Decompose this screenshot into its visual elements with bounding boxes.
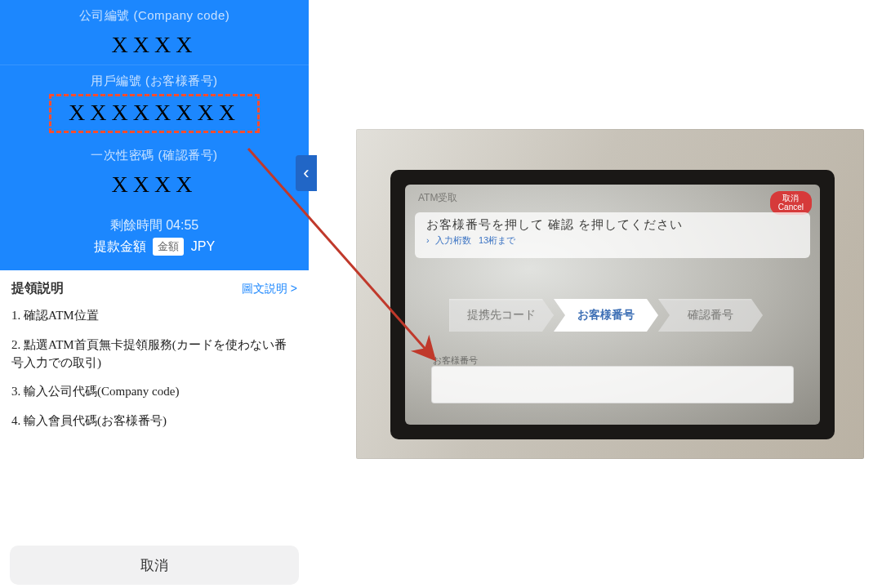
- phone-panel: 公司編號 (Company code) XXXX 用戶編號 (お客様番号) XX…: [0, 0, 309, 588]
- otp-value: XXXX: [0, 172, 309, 198]
- customer-number-label: 用戶編號 (お客様番号): [0, 74, 309, 89]
- atm-screen-title: ATM受取: [418, 191, 457, 205]
- cancel-button[interactable]: 取消: [10, 546, 299, 585]
- customer-number-value: XXXXXXXX: [51, 100, 257, 126]
- atm-hint-label: 入力桁数: [435, 235, 471, 245]
- atm-customer-number-input[interactable]: [431, 366, 794, 403]
- company-code-block: 公司編號 (Company code) XXXX: [0, 0, 309, 65]
- instructions-link[interactable]: 圖文説明 >: [242, 282, 297, 296]
- chevron-right-icon: ›: [426, 235, 430, 245]
- atm-field-label: お客様番号: [433, 354, 478, 367]
- atm-step-indicator: 提携先コード お客様番号 確認番号: [449, 299, 763, 332]
- atm-photo: ATM受取 取消 Cancel お客様番号を押して 確認 を押してください › …: [356, 129, 864, 459]
- instruction-step: 2. 點選ATM首頁無卡提領服務(カードを使わない番号入力での取引): [11, 336, 297, 372]
- instruction-step: 4. 輸入會員代碼(お客様番号): [11, 412, 297, 430]
- card-footer: 剩餘時間 04:55 提款金額 金額 JPY: [0, 217, 309, 256]
- atm-step-partner-code: 提携先コード: [449, 299, 554, 332]
- atm-hint-value: 13桁まで: [479, 235, 515, 245]
- cancel-button-label: 取消: [140, 556, 168, 575]
- otp-block: 一次性密碼 (確認番号) XXXX: [0, 140, 309, 204]
- withdrawal-code-card: 公司編號 (Company code) XXXX 用戶編號 (お客様番号) XX…: [0, 0, 309, 270]
- instructions-header: 提領説明 圖文説明 >: [11, 280, 297, 297]
- company-code-value: XXXX: [0, 32, 309, 58]
- collapse-chevron[interactable]: ‹: [296, 155, 317, 191]
- amount-line: 提款金額 金額 JPY: [0, 238, 309, 256]
- atm-step-confirm-number: 確認番号: [658, 299, 763, 332]
- instruction-step: 1. 確認ATM位置: [11, 307, 297, 325]
- amount-value-box: 金額: [153, 238, 184, 256]
- customer-number-highlight: XXXXXXXX: [49, 94, 260, 133]
- atm-bezel: ATM受取 取消 Cancel お客様番号を押して 確認 を押してください › …: [390, 170, 835, 439]
- instructions-section: 提領説明 圖文説明 > 1. 確認ATM位置 2. 點選ATM首頁無卡提領服務(…: [0, 270, 309, 430]
- instructions-title: 提領説明: [11, 280, 64, 297]
- company-code-label: 公司編號 (Company code): [0, 8, 309, 24]
- instruction-step: 3. 輸入公司代碼(Company code): [11, 383, 297, 401]
- atm-prompt-bar: お客様番号を押して 確認 を押してください › 入力桁数 13桁まで: [415, 212, 810, 258]
- atm-cancel-en: Cancel: [778, 203, 804, 212]
- customer-number-block: 用戶編號 (お客様番号) XXXXXXXX: [0, 65, 309, 140]
- atm-screen: ATM受取 取消 Cancel お客様番号を押して 確認 を押してください › …: [405, 185, 820, 425]
- atm-cancel-jp: 取消: [778, 194, 804, 203]
- chevron-left-icon: ‹: [303, 163, 309, 184]
- atm-step-customer-number: お客様番号: [554, 299, 658, 332]
- otp-label: 一次性密碼 (確認番号): [0, 148, 309, 163]
- atm-hint: › 入力桁数 13桁まで: [426, 234, 799, 247]
- countdown-timer: 剩餘時間 04:55: [0, 217, 309, 234]
- atm-cancel-button[interactable]: 取消 Cancel: [770, 191, 812, 215]
- amount-label: 提款金額: [94, 239, 146, 253]
- currency-label: JPY: [191, 239, 215, 253]
- atm-prompt-text: お客様番号を押して 確認 を押してください: [426, 217, 799, 233]
